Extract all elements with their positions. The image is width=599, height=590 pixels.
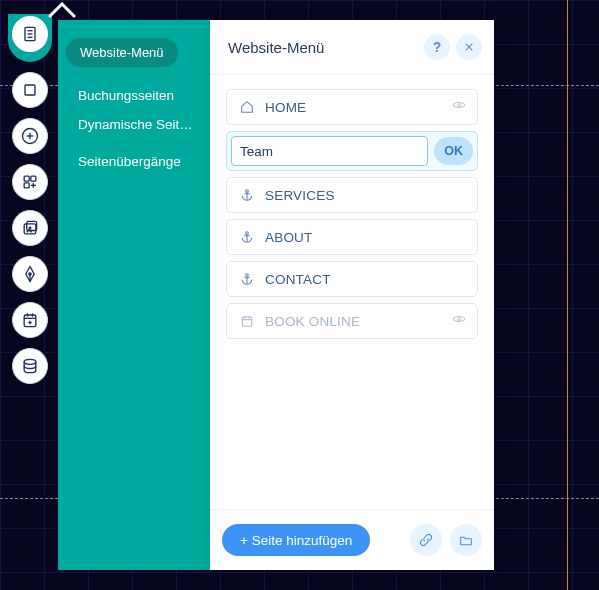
pen-nib-icon: [20, 264, 40, 284]
folder-button[interactable]: [450, 524, 482, 556]
sidebar-item-website-menu[interactable]: Website-Menü: [66, 38, 178, 67]
page-label: CONTACT: [257, 272, 467, 287]
sidebar-item-label: Dynamische Seit…: [78, 117, 193, 132]
left-tool-rail: [8, 0, 52, 394]
svg-rect-14: [27, 221, 37, 230]
svg-point-16: [29, 273, 31, 275]
page-label: ABOUT: [257, 230, 467, 245]
home-icon: [237, 99, 257, 115]
rail-pages-button[interactable]: [12, 16, 48, 52]
page-label: BOOK ONLINE: [257, 314, 451, 329]
rail-blog-button[interactable]: [12, 256, 48, 292]
svg-point-15: [29, 227, 31, 229]
rail-section-button[interactable]: [12, 72, 48, 108]
folder-icon: [458, 532, 474, 548]
calendar-icon: [237, 313, 257, 329]
panel-title: Website-Menü: [228, 39, 418, 56]
page-row-editing: OK: [226, 131, 478, 171]
add-page-label: + Seite hinzufügen: [240, 533, 352, 548]
anchor-icon: [237, 271, 257, 287]
pages-panel: Website-Menü ? HOME OK: [210, 20, 494, 570]
panel-header: Website-Menü ?: [210, 20, 494, 75]
link-settings-button[interactable]: [410, 524, 442, 556]
svg-rect-10: [24, 183, 29, 188]
rail-active-highlight: [8, 14, 52, 62]
page-label: HOME: [257, 100, 451, 115]
add-page-button[interactable]: + Seite hinzufügen: [222, 524, 370, 556]
page-row-about[interactable]: ABOUT: [226, 219, 478, 255]
svg-point-27: [458, 104, 461, 107]
svg-rect-18: [24, 315, 36, 327]
close-button[interactable]: [456, 34, 482, 60]
calendar-plus-icon: [20, 310, 40, 330]
help-button[interactable]: ?: [424, 34, 450, 60]
svg-point-34: [246, 274, 249, 277]
page-row-book-online[interactable]: BOOK ONLINE: [226, 303, 478, 339]
page-label: SERVICES: [257, 188, 467, 203]
anchor-icon: [237, 229, 257, 245]
sidebar-item-label: Website-Menü: [80, 45, 164, 60]
close-icon: [461, 39, 477, 55]
pages-sidebar: Website-Menü Buchungsseiten Dynamische S…: [58, 20, 210, 570]
sidebar-item-booking-pages[interactable]: Buchungsseiten: [66, 81, 202, 110]
svg-point-28: [246, 190, 249, 193]
section-icon: [20, 80, 40, 100]
database-icon: [20, 356, 40, 376]
svg-rect-4: [25, 85, 35, 95]
sidebar-item-page-transitions[interactable]: Seitenübergänge: [66, 147, 202, 176]
svg-rect-37: [242, 317, 251, 326]
media-icon: [20, 218, 40, 238]
sidebar-item-label: Seitenübergänge: [78, 154, 181, 169]
rail-add-button[interactable]: [12, 118, 48, 154]
page-list: HOME OK SERVICES ABOUT: [210, 75, 494, 509]
hidden-eye-icon: [451, 97, 467, 117]
rail-apps-button[interactable]: [12, 164, 48, 200]
pages-icon: [20, 24, 40, 44]
svg-rect-9: [31, 176, 36, 181]
svg-point-41: [458, 318, 461, 321]
rail-database-button[interactable]: [12, 348, 48, 384]
panel-footer: + Seite hinzufügen: [210, 509, 494, 570]
page-row-home[interactable]: HOME: [226, 89, 478, 125]
page-row-contact[interactable]: CONTACT: [226, 261, 478, 297]
svg-point-24: [24, 359, 36, 364]
svg-point-31: [246, 232, 249, 235]
sidebar-item-dynamic-pages[interactable]: Dynamische Seit…: [66, 110, 202, 139]
rename-ok-button[interactable]: OK: [434, 137, 473, 165]
guide-line-vertical: [567, 0, 568, 590]
link-icon: [418, 532, 434, 548]
grid-plus-icon: [20, 172, 40, 192]
plus-circle-icon: [20, 126, 40, 146]
sidebar-item-label: Buchungsseiten: [78, 88, 174, 103]
help-icon: ?: [433, 39, 442, 55]
hidden-eye-icon: [451, 311, 467, 331]
page-row-services[interactable]: SERVICES: [226, 177, 478, 213]
rail-media-button[interactable]: [12, 210, 48, 246]
home-roof-icon: [48, 2, 76, 22]
page-rename-input[interactable]: [231, 136, 428, 166]
anchor-icon: [237, 187, 257, 203]
ok-label: OK: [444, 144, 463, 158]
svg-rect-8: [24, 176, 29, 181]
rail-bookings-button[interactable]: [12, 302, 48, 338]
